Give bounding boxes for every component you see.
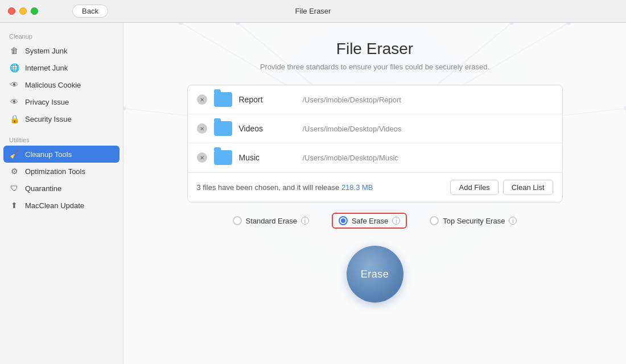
- minimize-button[interactable]: [19, 7, 27, 15]
- folder-icon-music: [214, 150, 232, 165]
- erase-button-container: Erase: [347, 246, 403, 303]
- sidebar-item-cleanup-tools[interactable]: 🧹 Cleanup Tools: [3, 146, 120, 163]
- sidebar-label-privacy-issue: Privacy Issue: [25, 98, 69, 106]
- svg-point-10: [178, 23, 183, 25]
- trash-icon: 🗑: [9, 46, 19, 55]
- files-footer: 3 files have been chosen, and it will re…: [188, 172, 562, 202]
- sidebar-item-quarantine[interactable]: 🛡 Quarantine: [0, 180, 123, 197]
- clean-list-button[interactable]: Clean List: [503, 180, 553, 195]
- svg-point-6: [236, 23, 240, 25]
- page-subtitle: Provide three standards to ensure your f…: [260, 63, 489, 71]
- erase-option-top-security-label: Top Security Erase: [443, 217, 505, 225]
- shield-icon: 🛡: [9, 184, 19, 193]
- svg-point-7: [509, 23, 514, 25]
- erase-option-standard-label: Standard Erase: [246, 217, 297, 225]
- info-icon-standard[interactable]: i: [301, 217, 309, 225]
- erase-options: Standard Erase i Safe Erase i Top Securi…: [233, 213, 517, 229]
- gear-icon: ⚙: [9, 167, 19, 176]
- table-row: Videos /Users/imobie/Desktop/Videos: [188, 114, 562, 143]
- radio-standard[interactable]: [233, 216, 242, 225]
- sidebar-label-macclean-update: MacClean Update: [25, 201, 84, 210]
- folder-icon-report: [214, 92, 232, 107]
- add-files-button[interactable]: Add Files: [450, 180, 498, 195]
- sidebar-item-security-issue[interactable]: 🔒 Security Issue: [0, 110, 123, 127]
- update-icon: ⬆: [9, 201, 19, 210]
- erase-button[interactable]: Erase: [347, 246, 403, 303]
- svg-point-9: [624, 106, 626, 110]
- remove-file-report[interactable]: [197, 94, 207, 105]
- maximize-button[interactable]: [31, 7, 38, 15]
- page-title: File Eraser: [336, 40, 413, 58]
- back-button[interactable]: Back: [72, 5, 108, 18]
- titlebar: Back File Eraser: [0, 0, 626, 23]
- lock-icon: 🔒: [9, 114, 19, 123]
- sidebar-label-malicious-cookie: Malicious Cookie: [25, 81, 81, 89]
- file-path-videos: /Users/imobie/Desktop/Videos: [303, 125, 553, 133]
- sidebar-item-system-junk[interactable]: 🗑 System Junk: [0, 42, 123, 59]
- sidebar-section-cleanup: Cleanup: [0, 28, 123, 42]
- eye-icon: 👁: [9, 80, 19, 89]
- file-name-report: Report: [239, 95, 296, 104]
- sidebar-label-internet-junk: Internet Junk: [25, 64, 68, 72]
- remove-file-music[interactable]: [197, 152, 207, 163]
- file-path-music: /Users/imobie/Desktop/Music: [303, 154, 553, 162]
- sidebar-item-malicious-cookie[interactable]: 👁 Malicious Cookie: [0, 76, 123, 93]
- sidebar-label-system-junk: System Junk: [25, 47, 67, 55]
- erase-option-safe[interactable]: Safe Erase i: [332, 213, 407, 229]
- sidebar: Cleanup 🗑 System Junk 🌐 Internet Junk 👁 …: [0, 23, 123, 364]
- main-layout: Cleanup 🗑 System Junk 🌐 Internet Junk 👁 …: [0, 23, 626, 364]
- broom-icon: 🧹: [9, 150, 19, 159]
- info-icon-top-security[interactable]: i: [509, 217, 517, 225]
- files-actions: Add Files Clean List: [450, 180, 553, 195]
- radio-top-security[interactable]: [430, 216, 439, 225]
- window-title: File Eraser: [295, 7, 331, 15]
- erase-option-safe-label: Safe Erase: [352, 217, 388, 225]
- files-size: 218.3 MB: [341, 183, 373, 192]
- sidebar-item-privacy-issue[interactable]: 👁 Privacy Issue: [0, 93, 123, 110]
- remove-file-videos[interactable]: [197, 123, 207, 134]
- sidebar-label-optimization-tools: Optimization Tools: [25, 167, 85, 176]
- svg-point-8: [123, 106, 126, 110]
- file-path-report: /Users/imobie/Desktop/Report: [303, 96, 553, 104]
- erase-option-standard[interactable]: Standard Erase i: [233, 216, 309, 225]
- privacy-icon: 👁: [9, 97, 19, 106]
- radio-safe[interactable]: [339, 216, 348, 225]
- sidebar-label-quarantine: Quarantine: [25, 184, 61, 193]
- files-info-text: 3 files have been chosen, and it will re…: [197, 183, 341, 192]
- sidebar-item-optimization-tools[interactable]: ⚙ Optimization Tools: [0, 163, 123, 180]
- table-row: Music /Users/imobie/Desktop/Music: [188, 143, 562, 172]
- globe-icon: 🌐: [9, 63, 19, 72]
- sidebar-label-cleanup-tools: Cleanup Tools: [25, 150, 72, 159]
- sidebar-item-internet-junk[interactable]: 🌐 Internet Junk: [0, 59, 123, 76]
- sidebar-item-macclean-update[interactable]: ⬆ MacClean Update: [0, 197, 123, 214]
- files-panel: Report /Users/imobie/Desktop/Report Vide…: [187, 85, 563, 202]
- traffic-lights: [0, 7, 38, 15]
- file-name-music: Music: [239, 153, 296, 162]
- content-area: File Eraser Provide three standards to e…: [123, 23, 626, 364]
- files-info: 3 files have been chosen, and it will re…: [197, 183, 373, 192]
- close-button[interactable]: [8, 7, 15, 15]
- info-icon-safe[interactable]: i: [392, 217, 400, 225]
- sidebar-label-security-issue: Security Issue: [25, 115, 72, 123]
- file-name-videos: Videos: [239, 124, 296, 133]
- erase-option-top-security[interactable]: Top Security Erase i: [430, 216, 517, 225]
- folder-icon-videos: [214, 121, 232, 136]
- svg-point-11: [567, 23, 571, 25]
- sidebar-section-utilities: Utilities: [0, 132, 123, 146]
- table-row: Report /Users/imobie/Desktop/Report: [188, 85, 562, 114]
